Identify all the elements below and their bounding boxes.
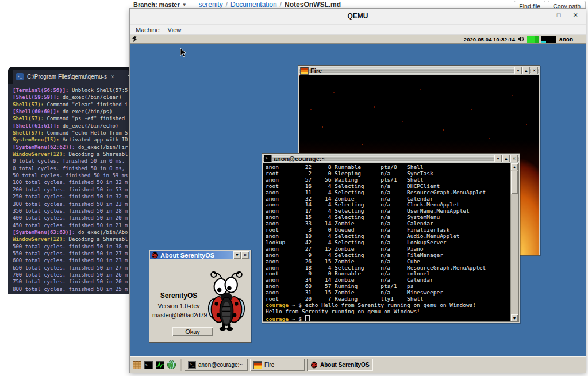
qemu-menubar: Machine View [130,25,586,35]
minimize-button[interactable]: ▼ [494,155,502,162]
taskbar-separator [180,359,182,371]
serenity-terminal-window: >_ anon@courage:~ ▼ ▲ ✕ anon 22 8 Runnab… [262,153,520,323]
quicklaunch-terminal-icon[interactable]: >_ [143,360,153,370]
terminal-titlebar[interactable]: >_ anon@courage:~ ▼ ▲ ✕ [263,154,519,163]
breadcrumb-separator: / [280,1,282,9]
volume-icon[interactable] [518,36,524,42]
breadcrumb: serenity / Documentation / NotesOnWSL.md [199,1,341,9]
fire-titlebar[interactable]: Fire ▼ ▲ ✕ [299,66,539,75]
terminal-tab-title: C:\Program Files\qemu\qemu-s [27,74,107,80]
menu-view[interactable]: View [164,26,186,33]
terminal-window-title: anon@courage:~ [274,155,493,162]
network-graph-applet[interactable] [541,36,556,43]
os-name: SerenityOS [152,291,205,300]
browser-file-header: Branch: master ▼ serenity / Documentatio… [0,0,588,9]
taskbar-button-fire[interactable]: Fire [250,359,305,371]
chevron-down-icon: ▼ [182,2,187,7]
maximize-button[interactable]: □ [555,11,562,19]
screenshot-canvas: Branch: master ▼ serenity / Documentatio… [0,0,588,376]
ladybug-icon [151,251,159,259]
branch-dropdown[interactable]: Branch: master ▼ [133,1,187,8]
close-button[interactable]: ✕ [572,11,579,19]
okay-button[interactable]: Okay [172,327,213,336]
breadcrumb-separator: / [226,1,228,9]
clock-applet[interactable]: 2020-05-04 10:32:14 [464,36,515,43]
buggie-mascot [205,267,248,332]
qemu-titlebar[interactable]: QEMU – □ ✕ [130,9,586,25]
breadcrumb-link-repo[interactable]: serenity [199,1,223,9]
serenity-menubar: 2020-05-04 10:32:14 anon [130,35,586,44]
find-file-button[interactable]: Find file [514,1,545,9]
prompt-line: courage ~ $ [266,315,509,323]
fire-icon [253,361,262,369]
os-version: Version 1.0-dev [152,302,205,309]
powershell-icon: ›_ [16,73,24,80]
breadcrumb-link-folder[interactable]: Documentation [230,1,277,9]
scroll-up-icon[interactable]: ▲ [511,163,518,170]
serenity-taskbar: >_ [130,356,586,373]
quicklaunch-filemanager-icon[interactable] [132,360,142,370]
terminal-icon: >_ [188,361,196,369]
mouse-cursor [180,48,187,57]
taskbar-button-about[interactable]: About SerenityOS [307,359,373,371]
svg-text:>_: >_ [145,363,151,367]
close-button[interactable]: ✕ [510,155,518,162]
minimize-button[interactable]: – [539,11,545,19]
fire-icon [300,67,309,75]
qemu-window-title: QEMU [130,12,586,20]
minimize-button[interactable]: ▼ [233,251,241,259]
serenity-menu-icon[interactable] [132,36,137,42]
maximize-button[interactable]: ▲ [522,67,530,74]
terminal-tab[interactable]: ›_ C:\Program Files\qemu\qemu-s ✕ [13,70,129,84]
os-commit: master@b80ad2d79 [152,312,205,319]
minimize-button[interactable]: ▼ [514,67,522,74]
copy-path-button[interactable]: Copy path [548,1,586,9]
resource-graph-applet[interactable] [527,36,539,43]
close-button[interactable]: ✕ [531,67,538,74]
ladybug-icon [310,361,318,369]
menu-machine[interactable]: Machine [132,26,164,33]
maximize-button[interactable]: ▲ [502,155,510,162]
qemu-window: QEMU – □ ✕ Machine View 2020-05-04 10:32… [129,8,586,373]
terminal-icon: >_ [264,155,272,162]
tab-close-icon[interactable]: ✕ [110,74,115,80]
command-output-line: Hello from Serenity running on qemu on W… [266,309,509,315]
serenity-screen: 2020-05-04 10:32:14 anon Fire [130,35,586,373]
breadcrumb-file: NotesOnWSL.md [285,1,341,9]
about-titlebar[interactable]: About SerenityOS ▼ ✕ [150,251,250,259]
terminal-scrollbar[interactable]: ▲ ▼ [510,163,518,321]
quicklaunch-browser-icon[interactable] [166,360,176,370]
quicklaunch-systemmonitor-icon[interactable] [155,360,165,370]
branch-label: Branch: master [133,1,180,8]
divider [193,1,193,8]
about-window: About SerenityOS ▼ ✕ SerenityOS Version … [149,250,251,343]
scrollbar-thumb[interactable] [511,171,518,194]
about-window-title: About SerenityOS [160,252,232,259]
fire-window-title: Fire [310,67,513,74]
ps-output: anon 22 8 Runnable pts/0 Shell root 2 0 … [266,164,509,302]
terminal-content[interactable]: anon 22 8 Runnable pts/0 Shell root 2 0 … [263,163,519,322]
about-body: SerenityOS Version 1.0-dev master@b80ad2… [150,259,250,341]
scroll-down-icon[interactable]: ▼ [511,314,518,321]
taskbar-button-terminal[interactable]: >_ anon@courage:~ [185,359,248,371]
text-cursor [305,315,310,321]
close-button[interactable]: ✕ [241,251,249,259]
fire-sparks [299,75,300,76]
username-applet: anon [559,36,573,43]
